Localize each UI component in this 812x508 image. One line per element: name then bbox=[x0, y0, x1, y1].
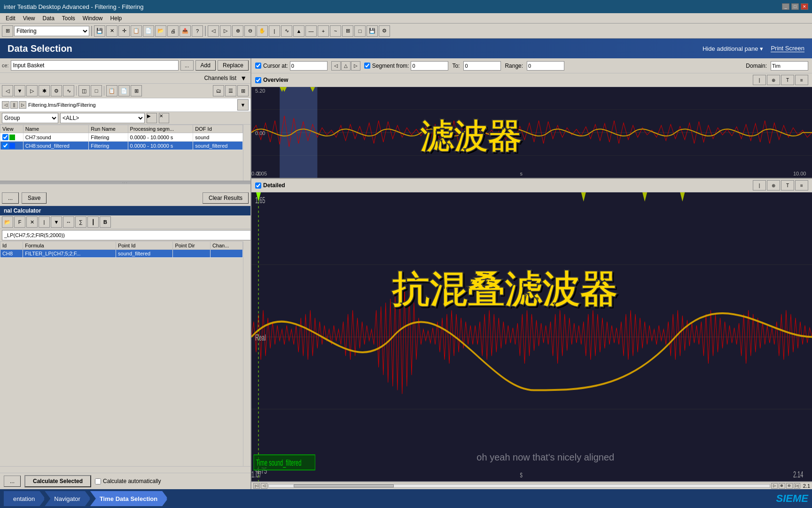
toolbar-zoom-out-btn[interactable]: ⊖ bbox=[244, 25, 256, 37]
nav-item-time-data[interactable]: Time Data Selection bbox=[90, 491, 168, 506]
scroll-left-btn[interactable]: ◁ bbox=[261, 483, 267, 489]
hide-pane-button[interactable]: Hide additional pane ▾ bbox=[703, 45, 764, 52]
toolbar-seg-btn[interactable]: — bbox=[305, 25, 317, 37]
overview-check[interactable] bbox=[255, 77, 261, 83]
menu-tools[interactable]: Tools bbox=[58, 14, 79, 23]
nav-item-navigator[interactable]: Navigator bbox=[45, 491, 91, 506]
calc-auto-checkbox[interactable] bbox=[95, 478, 101, 484]
clear-results-button[interactable]: Clear Results bbox=[203, 192, 249, 204]
toolbar-dropdown[interactable]: Filtering bbox=[14, 26, 89, 36]
ov-settings-btn[interactable]: ≡ bbox=[795, 75, 808, 85]
filter-apply-btn[interactable]: ▶ bbox=[147, 113, 157, 123]
calculate-selected-button[interactable]: Calculate Selected bbox=[24, 475, 91, 487]
to-value-input[interactable] bbox=[463, 61, 501, 71]
scroll-thumb[interactable] bbox=[294, 484, 394, 487]
segment-check[interactable] bbox=[364, 63, 370, 69]
sc-sigma-btn[interactable]: ∑ bbox=[75, 216, 86, 228]
sc-arrows-btn[interactable]: ↔ bbox=[63, 216, 74, 228]
path-expand-btn[interactable]: ▼ bbox=[237, 99, 249, 111]
ch-filter-btn[interactable]: ⚙ bbox=[51, 85, 62, 96]
toolbar-print-btn[interactable]: 🖨 bbox=[167, 25, 179, 37]
sc-func-btn[interactable]: F bbox=[14, 216, 25, 228]
ch-back-btn[interactable]: ◁ bbox=[2, 85, 13, 96]
formula-row[interactable]: CH8 FILTER_LP(CH7;5;2;F... sound_filtere… bbox=[0, 250, 243, 258]
sc-open-btn[interactable]: 📂 bbox=[2, 216, 13, 228]
cursor-value-input[interactable] bbox=[290, 61, 328, 71]
cursor-next-btn[interactable]: ▷ bbox=[351, 61, 360, 71]
dots-button[interactable]: ... bbox=[2, 192, 19, 204]
cursor-up-btn[interactable]: △ bbox=[341, 61, 351, 71]
toolbar-settings-btn[interactable]: ⚙ bbox=[379, 25, 390, 37]
toolbar-tilde-btn[interactable]: ~ bbox=[330, 25, 341, 37]
print-screen-button[interactable]: Print Screen bbox=[771, 45, 804, 52]
toolbar-plus-btn[interactable]: + bbox=[318, 25, 329, 37]
ch-list-btn[interactable]: ☰ bbox=[225, 85, 236, 96]
source-input[interactable] bbox=[11, 60, 179, 71]
toolbar-box-btn[interactable]: □ bbox=[354, 25, 366, 37]
cursor-check[interactable] bbox=[255, 63, 261, 69]
group-select[interactable]: Group bbox=[2, 113, 58, 123]
domain-value-input[interactable] bbox=[771, 61, 808, 71]
toolbar-icon-1[interactable]: ⊞ bbox=[2, 25, 13, 37]
h-scroll-channels[interactable] bbox=[0, 184, 250, 190]
det-cursor-btn[interactable]: | bbox=[753, 180, 766, 190]
ch-star-btn[interactable]: ✱ bbox=[39, 85, 50, 96]
minimize-button[interactable]: _ bbox=[782, 3, 789, 10]
ch-grid-btn[interactable]: ⊞ bbox=[131, 85, 142, 96]
segment-from-input[interactable] bbox=[411, 61, 448, 71]
det-zoom-btn[interactable]: ⊕ bbox=[767, 180, 780, 190]
table-row[interactable]: CH8:sound_filtered Filtering 0.0000 - 10… bbox=[0, 142, 243, 150]
sc-bold-btn[interactable]: B bbox=[100, 216, 111, 228]
ov-zoom-btn[interactable]: ⊕ bbox=[767, 75, 780, 85]
save-button[interactable]: Save bbox=[22, 192, 47, 204]
det-settings-btn[interactable]: ≡ bbox=[795, 180, 808, 190]
scroll-zoom-in-btn[interactable]: ⊕ bbox=[779, 483, 785, 489]
toolbar-paste-btn[interactable]: 📄 bbox=[143, 25, 154, 37]
sc-x-btn[interactable]: ✕ bbox=[26, 216, 38, 228]
sc-line-btn[interactable]: | bbox=[39, 216, 50, 228]
sc-down2-btn[interactable]: ▼ bbox=[51, 216, 62, 228]
toolbar-copy-btn[interactable]: 📋 bbox=[131, 25, 142, 37]
scroll-track[interactable] bbox=[268, 484, 770, 488]
maximize-button[interactable]: □ bbox=[791, 3, 799, 10]
toolbar-forward-btn[interactable]: ▷ bbox=[220, 25, 231, 37]
add-button[interactable]: Add bbox=[195, 60, 216, 71]
sc-col-btn[interactable]: ┃ bbox=[87, 216, 99, 228]
menu-edit[interactable]: Edit bbox=[2, 14, 19, 23]
close-button[interactable]: ✕ bbox=[801, 3, 808, 10]
ov-time-btn[interactable]: T bbox=[781, 75, 794, 85]
menu-help[interactable]: Help bbox=[107, 14, 126, 23]
toolbar-close-btn[interactable]: ✕ bbox=[106, 25, 117, 37]
menu-data[interactable]: Data bbox=[39, 14, 58, 23]
cursor-prev-btn[interactable]: ◁ bbox=[331, 61, 341, 71]
ch-copy-btn[interactable]: 📋 bbox=[106, 85, 117, 96]
toolbar-help-btn[interactable]: ? bbox=[192, 25, 203, 37]
source-browse-button[interactable]: ... bbox=[180, 60, 194, 71]
toolbar-back-btn[interactable]: ◁ bbox=[208, 25, 219, 37]
dots-btn-2[interactable]: ... bbox=[4, 476, 21, 487]
all-select[interactable]: <ALL> bbox=[60, 113, 145, 123]
scroll-right-btn[interactable]: ▷ bbox=[771, 483, 778, 489]
scroll-right-end-btn[interactable]: ▷| bbox=[794, 483, 800, 489]
toolbar-export-btn[interactable]: 📤 bbox=[180, 25, 191, 37]
replace-button[interactable]: Replace bbox=[218, 60, 249, 71]
range-value-input[interactable] bbox=[527, 61, 564, 71]
ov-cursor-btn[interactable]: | bbox=[753, 75, 766, 85]
ch-down-btn[interactable]: ▼ bbox=[14, 85, 25, 96]
toolbar-wave-btn[interactable]: ∿ bbox=[281, 25, 292, 37]
menu-window[interactable]: Window bbox=[79, 14, 107, 23]
scroll-left-end-btn[interactable]: |◁ bbox=[253, 483, 260, 489]
view-checkbox-1[interactable] bbox=[2, 134, 8, 140]
formula-input[interactable] bbox=[2, 230, 251, 240]
toolbar-move-btn[interactable]: ✛ bbox=[118, 25, 130, 37]
toolbar-marker-btn[interactable]: ▲ bbox=[293, 25, 304, 37]
toolbar-zoom-in-btn[interactable]: ⊕ bbox=[232, 25, 243, 37]
det-time-btn[interactable]: T bbox=[781, 180, 794, 190]
ch-select-btn[interactable]: ◫ bbox=[78, 85, 90, 96]
ch-right-btn[interactable]: ▷ bbox=[26, 85, 38, 96]
ch-paste-btn[interactable]: 📄 bbox=[118, 85, 130, 96]
toolbar-open-btn[interactable]: 📂 bbox=[155, 25, 166, 37]
table-row[interactable]: CH7:sound Filtering 0.0000 - 10.0000 s s… bbox=[0, 133, 243, 142]
nav-item-presentation[interactable]: entation bbox=[4, 491, 45, 506]
ch-deselect-btn[interactable]: □ bbox=[91, 85, 102, 96]
